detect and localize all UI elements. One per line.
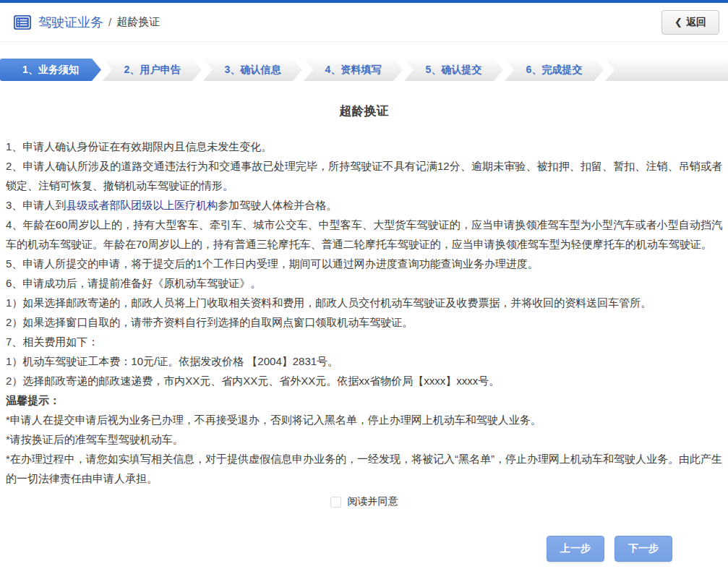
tips-heading: 温馨提示： xyxy=(6,390,722,410)
notice-line-3-prefix: 3、申请人到 xyxy=(6,199,66,211)
tip-line-3: *在办理过程中，请您如实填写相关信息，对于提供虚假信息申办业务的，一经发现，将被… xyxy=(6,449,722,488)
step-label: 5、确认提交 xyxy=(426,64,482,77)
notice-line-7-sub-1: 1）机动车驾驶证工本费：10元/证。依据发改价格 【2004】2831号。 xyxy=(6,351,722,371)
agree-label: 阅读并同意 xyxy=(348,495,398,508)
next-step-button[interactable]: 下一步 xyxy=(614,536,672,562)
tip-line-1: *申请人在提交申请后视为业务已办理，不再接受退办，否则将记入黑名单，停止办理网上… xyxy=(6,410,722,429)
page-title: 超龄换证 xyxy=(6,103,722,119)
step-label: 4、资料填写 xyxy=(325,64,382,77)
agree-checkbox[interactable] xyxy=(330,497,341,508)
step-6-complete-submit[interactable]: 6、完成提交 xyxy=(505,59,604,81)
page-header: 驾驶证业务 / 超龄换证 ❮ 返回 xyxy=(0,3,728,42)
agree-row: 阅读并同意 xyxy=(6,495,722,508)
step-4-fill-materials[interactable]: 4、资料填写 xyxy=(304,59,403,81)
step-label: 2、用户申告 xyxy=(124,64,181,77)
step-1-business-notice[interactable]: 1、业务须知 xyxy=(0,59,101,81)
back-button[interactable]: ❮ 返回 xyxy=(661,10,719,35)
breadcrumb-current: 超龄换证 xyxy=(116,15,160,29)
notice-line-6-sub-2: 2）如果选择窗口自取的，请带齐资料自行到选择的自取网点窗口领取机动车驾驶证。 xyxy=(6,312,722,332)
tip-line-2: *请按换证后的准驾车型驾驶机动车。 xyxy=(6,429,722,449)
list-icon xyxy=(13,13,32,32)
notice-content: 超龄换证 1、申请人确认身份证在有效期限内且信息未发生变化。 2、申请人确认所涉… xyxy=(0,103,728,508)
notice-line-6-sub-1: 1）如果选择邮政寄递的，邮政人员将上门收取相关资料和费用，邮政人员交付机动车驾驶… xyxy=(6,293,722,312)
step-label: 1、业务须知 xyxy=(22,64,79,77)
step-5-confirm-submit[interactable]: 5、确认提交 xyxy=(404,59,503,81)
breadcrumb-section: 驾驶证业务 xyxy=(38,14,103,31)
step-3-confirm-info[interactable]: 3、确认信息 xyxy=(203,59,302,81)
notice-line-6: 6、申请成功后，请提前准备好《原机动车驾驶证》。 xyxy=(6,273,722,293)
step-bar-filler xyxy=(605,59,728,81)
medical-org-highlight: 县级或者部队团级以上医疗机构 xyxy=(66,199,218,211)
notice-line-3: 3、申请人到县级或者部队团级以上医疗机构参加驾驶人体检并合格。 xyxy=(6,195,722,215)
chevron-left-icon: ❮ xyxy=(675,17,682,27)
back-button-label: 返回 xyxy=(686,16,706,29)
step-label: 6、完成提交 xyxy=(526,64,583,77)
notice-line-4: 4、年龄在60周岁以上的，持有大型客车、牵引车、城市公交车、中型客车、大型货车驾… xyxy=(6,215,722,254)
notice-line-3-suffix: 参加驾驶人体检并合格。 xyxy=(218,199,337,211)
notice-line-7: 7、相关费用如下： xyxy=(6,332,722,351)
step-2-user-declaration[interactable]: 2、用户申告 xyxy=(103,59,202,81)
step-indicator: 1、业务须知 2、用户申告 3、确认信息 4、资料填写 5、确认提交 6、完成提… xyxy=(0,59,728,81)
prev-step-button[interactable]: 上一步 xyxy=(547,536,604,562)
notice-line-2: 2、申请人确认所涉及的道路交通违法行为和交通事故已处理完毕，所持驾驶证不具有记满… xyxy=(6,156,722,195)
notice-line-7-sub-2: 2）选择邮政寄递的邮政速递费，市内XX元、省内XX元、省外XX元。依据xx省物价… xyxy=(6,371,722,390)
notice-line-1: 1、申请人确认身份证在有效期限内且信息未发生变化。 xyxy=(6,137,722,156)
step-label: 3、确认信息 xyxy=(225,64,281,77)
notice-line-5: 5、申请人所提交的申请，将于提交后的1个工作日内受理，期间可以通过网办进度查询功… xyxy=(6,254,722,273)
footer-actions: 上一步 下一步 xyxy=(0,536,728,562)
breadcrumb-separator: / xyxy=(108,16,111,28)
